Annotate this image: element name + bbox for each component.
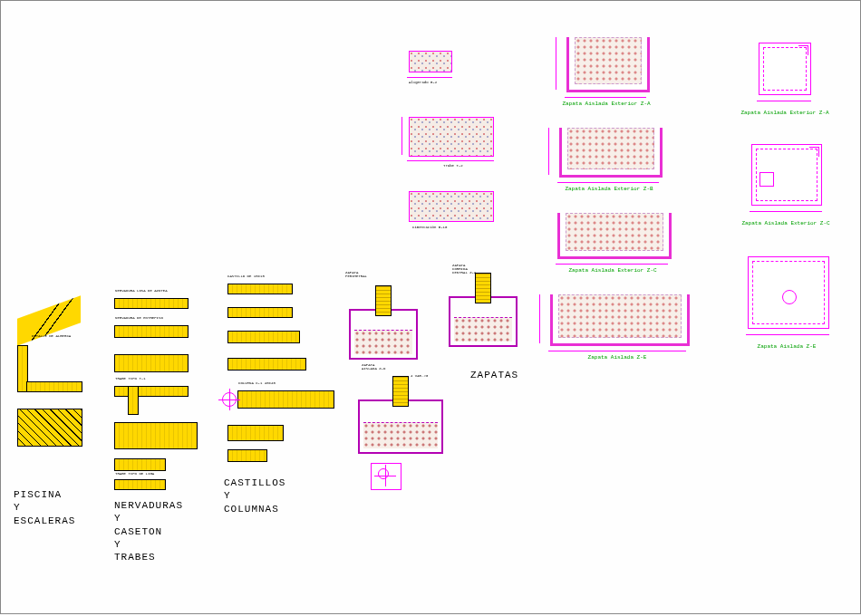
castillo-f bbox=[227, 449, 267, 462]
dim-plan-ze bbox=[746, 334, 829, 335]
dim-za-v bbox=[556, 37, 556, 90]
column-section-icon bbox=[222, 392, 237, 407]
castillo-d bbox=[227, 358, 306, 371]
castillo-a bbox=[227, 284, 293, 294]
caseton-1 bbox=[114, 422, 198, 449]
plan-label-zc: Zapata Aislada Exterior Z-C bbox=[731, 220, 840, 226]
stair-section-1 bbox=[17, 295, 81, 345]
zapata-perimetral-label: ZAPATA PERIMETRAL bbox=[345, 271, 367, 278]
footing-label-ze: Zapata Aislada Z-E bbox=[563, 354, 672, 361]
footing-label-za: Zapata Aislada Exterior Z-A bbox=[561, 101, 652, 107]
label-piscina-escaleras: PISCINA Y ESCALERAS bbox=[14, 488, 75, 527]
nervadura-1 bbox=[114, 298, 189, 309]
trabe-label: Trabe T-2 bbox=[443, 164, 463, 168]
dim-line-h1 bbox=[407, 160, 494, 161]
label-nervaduras: NERVADURAS Y CASETON Y TRABES bbox=[114, 499, 183, 563]
footing-plan-ze bbox=[748, 256, 829, 329]
castillo-b bbox=[227, 307, 293, 318]
dim-ze-h bbox=[548, 351, 686, 351]
dim-ze-v bbox=[539, 294, 540, 343]
nervadura-note-1: NERVADURA LOSA DE AZOTEA bbox=[115, 289, 168, 293]
stair-plan bbox=[17, 409, 82, 447]
pool-floor-section bbox=[26, 381, 82, 392]
trabe-3 bbox=[114, 458, 166, 471]
dim-line-v1 bbox=[401, 117, 402, 155]
nervadura-2 bbox=[114, 325, 189, 338]
trabe-4 bbox=[114, 479, 166, 490]
label-zapatas: ZAPATAS bbox=[470, 369, 518, 381]
dim-plan-za bbox=[757, 101, 811, 101]
columna-note: COLUMNA C-1 40x40 bbox=[238, 381, 276, 385]
footing-plan-zc bbox=[751, 144, 822, 206]
label-castillos: CASTILLOS Y COLUMNAS bbox=[224, 476, 285, 515]
trabe-detail bbox=[409, 117, 494, 157]
footing-section-zb bbox=[559, 128, 663, 178]
cimentacion-detail bbox=[409, 191, 494, 222]
rebar-note: 4 VAR.#3 bbox=[411, 374, 428, 378]
dim-zb-h bbox=[557, 182, 659, 183]
trabe-1 bbox=[114, 354, 189, 372]
plan-label-za: Zapata Aislada Exterior Z-A bbox=[735, 110, 835, 116]
zapata-aislada-section bbox=[358, 399, 443, 454]
zapata-aislada-label: ZAPATA AISLADA Z-D bbox=[362, 363, 385, 371]
plan-label-ze: Zapata Aislada Z-E bbox=[737, 343, 837, 350]
trabe-note: TRABE TIPO T-1 bbox=[115, 377, 146, 380]
footing-section-za bbox=[566, 37, 650, 92]
dim-plan-zc bbox=[750, 211, 822, 212]
zapata-perimetral-section bbox=[349, 309, 418, 360]
aligerado-label: Aligerado B-2 bbox=[409, 81, 437, 84]
zapata-corrida-label: ZAPATA CORRIDA CENTRAL Z-A bbox=[452, 264, 476, 274]
columna-beam bbox=[237, 390, 334, 409]
dim-zc-h bbox=[556, 264, 668, 265]
dim-zb-v bbox=[548, 128, 549, 175]
footing-label-zb: Zapata Aislada Exterior Z-B bbox=[556, 186, 663, 192]
dim-line bbox=[407, 77, 452, 78]
aligerado-detail bbox=[409, 51, 452, 72]
footing-section-ze bbox=[550, 294, 690, 346]
trabe-note-2: TRABE TIPO DE LIGA bbox=[115, 472, 154, 476]
footing-label-zc: Zapata Aislada Exterior Z-C bbox=[554, 267, 672, 274]
castillo-e bbox=[227, 425, 284, 441]
stair-note: DETALLE DE ALBERCA bbox=[32, 334, 71, 338]
column-mark-icon bbox=[378, 468, 389, 479]
dim-za-h bbox=[565, 97, 646, 98]
footing-section-zc bbox=[557, 213, 672, 259]
zapata-corrida-section bbox=[449, 296, 518, 347]
trabe-2b bbox=[128, 386, 139, 415]
cimentacion-label: Cimentación B-10 bbox=[412, 226, 447, 229]
nervadura-note-2: NERVADURA DE ENTREPISO bbox=[115, 316, 163, 320]
cad-model-space[interactable]: PISCINA Y ESCALERAS NERVADURAS Y CASETON… bbox=[0, 0, 861, 614]
footing-plan-za bbox=[759, 43, 811, 95]
castillo-note: CASTILLO DE 15x15 bbox=[227, 274, 265, 278]
castillo-c bbox=[227, 331, 300, 343]
trabe-2 bbox=[114, 386, 189, 397]
